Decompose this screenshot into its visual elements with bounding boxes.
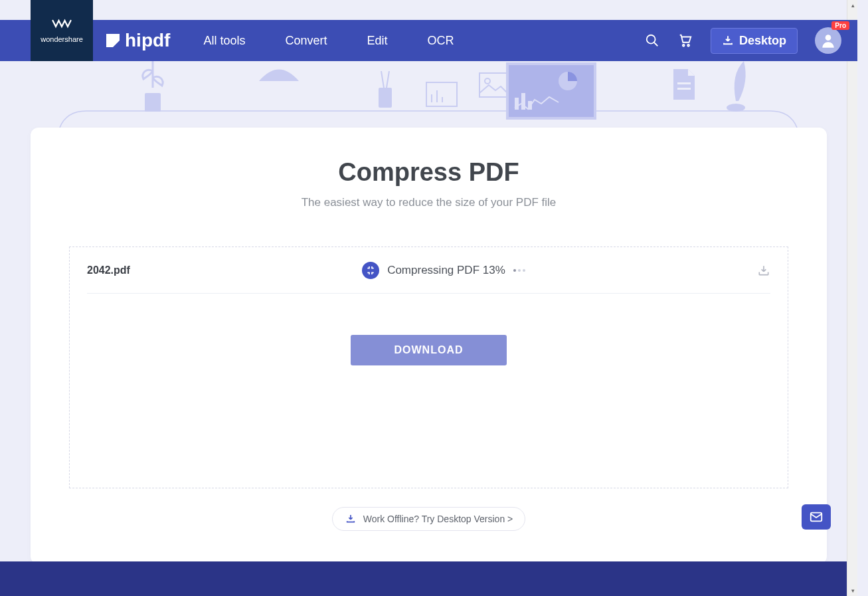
svg-point-3 [687, 45, 689, 47]
avatar-icon [820, 32, 837, 49]
file-status: Compressing PDF 13% [130, 262, 757, 279]
loading-dots-icon [513, 269, 525, 272]
nav-right: Desktop Pro [644, 27, 841, 54]
wondershare-brand-text: wondershare [41, 35, 83, 43]
svg-point-17 [559, 72, 577, 90]
offline-chip[interactable]: Work Offline? Try Desktop Version > [332, 507, 526, 531]
hipdf-logo-icon [106, 34, 120, 47]
svg-rect-18 [515, 98, 519, 110]
main-card: Compress PDF The easiest way to reduce t… [31, 128, 827, 564]
wondershare-brand[interactable]: wondershare [31, 0, 93, 61]
pro-badge: Pro [831, 21, 849, 30]
svg-point-2 [683, 45, 685, 47]
svg-point-0 [647, 35, 655, 44]
download-icon [345, 513, 357, 525]
svg-rect-5 [145, 93, 161, 112]
nav-link-all-tools[interactable]: All tools [203, 34, 245, 48]
desktop-button-label: Desktop [739, 34, 786, 48]
file-row: 2042.pdf Compressing PDF 13% [87, 247, 770, 294]
search-icon[interactable] [644, 33, 660, 49]
svg-rect-8 [379, 88, 392, 108]
scrollbar[interactable]: ▴ ▾ [847, 0, 857, 596]
svg-rect-16 [509, 65, 594, 117]
desktop-button[interactable]: Desktop [711, 28, 798, 54]
cart-icon[interactable] [677, 33, 693, 49]
hipdf-logo[interactable]: hipdf [106, 30, 170, 51]
svg-rect-15 [506, 62, 596, 120]
offline-chip-label: Work Offline? Try Desktop Version > [363, 514, 513, 524]
wondershare-logo-icon [52, 18, 72, 31]
compress-icon [362, 262, 379, 279]
svg-rect-19 [521, 93, 525, 110]
download-button[interactable]: DOWNLOAD [351, 335, 507, 365]
scroll-up-arrow-icon[interactable]: ▴ [847, 0, 857, 11]
footer-bar [0, 561, 847, 596]
avatar[interactable]: Pro [815, 27, 841, 54]
svg-rect-20 [528, 101, 532, 110]
nav-link-ocr[interactable]: OCR [428, 34, 454, 48]
file-status-text: Compressing PDF 13% [387, 264, 505, 277]
page-subtitle: The easiest way to reduce the size of yo… [31, 196, 827, 209]
chat-button[interactable] [802, 504, 831, 530]
page-title: Compress PDF [31, 158, 827, 187]
nav-link-convert[interactable]: Convert [285, 34, 327, 48]
file-name: 2042.pdf [87, 264, 130, 276]
hipdf-logo-text: hipdf [125, 30, 170, 51]
svg-point-14 [485, 78, 490, 84]
nav-links: All tools Convert Edit OCR [203, 34, 454, 48]
svg-line-6 [381, 71, 384, 88]
nav-link-edit[interactable]: Edit [367, 34, 387, 48]
scroll-down-arrow-icon[interactable]: ▾ [847, 585, 857, 596]
file-dropzone: 2042.pdf Compressing PDF 13% DOWNLOAD [69, 247, 788, 488]
svg-line-7 [387, 71, 389, 88]
svg-line-1 [654, 43, 658, 47]
svg-rect-21 [677, 82, 691, 84]
svg-point-23 [727, 104, 745, 112]
svg-point-4 [825, 35, 831, 41]
download-icon [722, 35, 734, 47]
svg-rect-22 [677, 88, 691, 90]
file-download-icon[interactable] [757, 264, 770, 277]
svg-rect-9 [426, 82, 457, 106]
mail-icon [809, 510, 824, 524]
decorative-background [0, 61, 847, 134]
svg-rect-13 [479, 73, 510, 97]
top-navbar: wondershare hipdf All tools Convert Edit… [0, 20, 857, 61]
